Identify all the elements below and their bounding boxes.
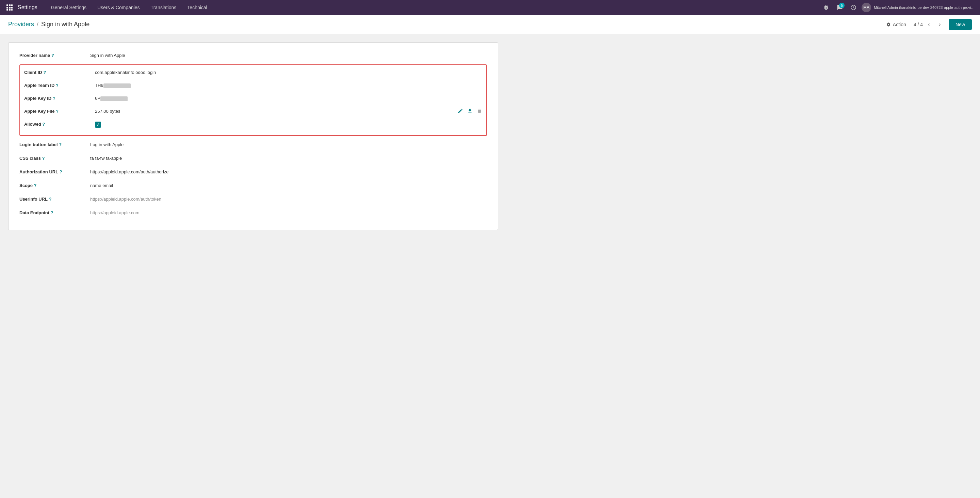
grid-menu-icon[interactable] <box>4 2 15 13</box>
top-nav-right: 5 MA Mitchell Admin (kanakinfo-oe-dev-24… <box>821 2 976 13</box>
menu-technical[interactable]: Technical <box>182 0 212 15</box>
menu-users-companies[interactable]: Users & Companies <box>92 0 145 15</box>
data-endpoint-label: Data Endpoint ? <box>19 209 88 215</box>
client-id-value: com.applekanakinfo.odoo.login <box>92 69 482 75</box>
svg-rect-8 <box>11 9 13 11</box>
apple-key-id-value: 6P <box>92 95 482 101</box>
svg-rect-3 <box>6 7 8 8</box>
apple-team-id-blurred <box>103 83 130 88</box>
menu-translations[interactable]: Translations <box>145 0 182 15</box>
apple-key-id-blurred <box>100 96 127 101</box>
subheader-actions: Action 4 / 4 ‹ › New <box>883 19 972 30</box>
bug-icon-button[interactable] <box>821 2 832 13</box>
highlighted-section: Client ID ? com.applekanakinfo.odoo.logi… <box>19 64 487 136</box>
subheader: Providers / Sign in with Apple Action 4 … <box>0 15 980 34</box>
chat-icon-button[interactable]: 5 <box>834 2 845 13</box>
breadcrumb: Providers / Sign in with Apple <box>8 21 89 28</box>
svg-rect-0 <box>6 5 8 6</box>
download-file-button[interactable] <box>467 108 473 115</box>
user-menu[interactable]: MA Mitchell Admin (kanakinfo-oe-dev-2407… <box>862 3 976 12</box>
top-navigation: Settings General Settings Users & Compan… <box>0 0 980 15</box>
pagination-next[interactable]: › <box>935 20 945 29</box>
scope-value: name email <box>88 182 487 188</box>
authorization-url-label: Authorization URL ? <box>19 169 88 174</box>
pagination-prev[interactable]: ‹ <box>924 20 934 29</box>
user-name: Mitchell Admin (kanakinfo-oe-dev-240723-… <box>874 5 976 10</box>
delete-file-button[interactable] <box>477 108 482 115</box>
client-id-help[interactable]: ? <box>43 70 46 75</box>
data-endpoint-value: https://appleid.apple.com <box>88 209 487 215</box>
scope-label: Scope ? <box>19 182 88 188</box>
login-button-label-value: Log in with Apple <box>88 141 487 147</box>
apple-team-id-help[interactable]: ? <box>56 83 58 88</box>
apple-team-id-label: Apple Team ID ? <box>24 82 92 88</box>
provider-name-help[interactable]: ? <box>51 53 54 58</box>
breadcrumb-separator: / <box>37 21 38 28</box>
breadcrumb-current: Sign in with Apple <box>41 21 89 28</box>
svg-rect-7 <box>9 9 11 11</box>
authorization-url-help[interactable]: ? <box>60 170 62 174</box>
allowed-row: Allowed ? <box>24 120 482 132</box>
data-endpoint-help[interactable]: ? <box>51 211 53 215</box>
notification-badge: 5 <box>839 3 845 8</box>
authorization-url-value: https://appleid.apple.com/auth/authorize <box>88 169 487 174</box>
action-label: Action <box>893 22 906 27</box>
css-class-row: CSS class ? fa fa-fw fa-apple <box>19 153 487 166</box>
apple-key-file-label: Apple Key File ? <box>24 108 92 114</box>
css-class-value: fa fa-fw fa-apple <box>88 155 487 161</box>
userinfo-url-help[interactable]: ? <box>49 197 51 202</box>
authorization-url-row: Authorization URL ? https://appleid.appl… <box>19 167 487 179</box>
apple-key-file-help[interactable]: ? <box>56 109 59 114</box>
css-class-label: CSS class ? <box>19 155 88 161</box>
pagination-text: 4 / 4 <box>914 22 923 27</box>
edit-file-button[interactable] <box>458 108 463 115</box>
apple-team-id-row: Apple Team ID ? TH6 <box>24 81 482 93</box>
svg-rect-4 <box>9 7 11 8</box>
breadcrumb-parent[interactable]: Providers <box>8 21 34 28</box>
apple-key-id-help[interactable]: ? <box>53 96 55 101</box>
client-id-row: Client ID ? com.applekanakinfo.odoo.logi… <box>24 68 482 80</box>
apple-key-id-row: Apple Key ID ? 6P <box>24 94 482 106</box>
svg-rect-5 <box>11 7 13 8</box>
app-title: Settings <box>18 5 37 11</box>
svg-rect-6 <box>6 9 8 11</box>
apple-key-file-value: 257.00 bytes <box>92 108 458 114</box>
pagination: 4 / 4 ‹ › <box>914 20 945 29</box>
apple-key-file-row: Apple Key File ? 257.00 bytes <box>24 107 482 119</box>
provider-name-value: Sign in with Apple <box>88 52 487 58</box>
apple-key-id-label: Apple Key ID ? <box>24 95 92 101</box>
clock-icon-button[interactable] <box>848 2 859 13</box>
allowed-label: Allowed ? <box>24 121 92 127</box>
action-button[interactable]: Action <box>883 20 910 29</box>
scope-help[interactable]: ? <box>34 183 37 188</box>
file-actions <box>458 108 482 115</box>
allowed-checkbox[interactable] <box>95 121 101 128</box>
main-content: Provider name ? Sign in with Apple Clien… <box>0 34 980 238</box>
scope-row: Scope ? name email <box>19 181 487 193</box>
user-avatar: MA <box>862 3 871 12</box>
new-button[interactable]: New <box>949 19 972 30</box>
login-button-label-label: Login button label ? <box>19 141 88 147</box>
provider-name-label: Provider name ? <box>19 52 88 58</box>
login-button-label-row: Login button label ? Log in with Apple <box>19 140 487 152</box>
form-card: Provider name ? Sign in with Apple Clien… <box>8 42 498 230</box>
css-class-help[interactable]: ? <box>42 156 45 161</box>
userinfo-url-label: UserInfo URL ? <box>19 196 88 202</box>
userinfo-url-row: UserInfo URL ? https://appleid.apple.com… <box>19 195 487 207</box>
allowed-value <box>92 121 482 128</box>
apple-team-id-value: TH6 <box>92 82 482 88</box>
provider-name-row: Provider name ? Sign in with Apple <box>19 51 487 63</box>
svg-rect-1 <box>9 5 11 6</box>
top-menu: General Settings Users & Companies Trans… <box>46 0 821 15</box>
svg-rect-2 <box>11 5 13 6</box>
client-id-label: Client ID ? <box>24 69 92 75</box>
menu-general-settings[interactable]: General Settings <box>46 0 92 15</box>
allowed-help[interactable]: ? <box>43 122 45 127</box>
login-button-label-help[interactable]: ? <box>59 142 62 147</box>
userinfo-url-value: https://appleid.apple.com/auth/token <box>88 196 487 202</box>
data-endpoint-row: Data Endpoint ? https://appleid.apple.co… <box>19 208 487 220</box>
